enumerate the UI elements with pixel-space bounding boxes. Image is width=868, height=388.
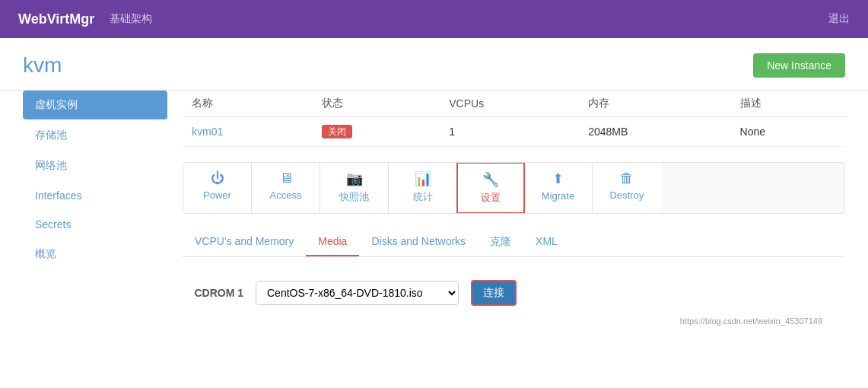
tab-settings[interactable]: 🔧 设置 bbox=[456, 162, 525, 214]
content-area: 虚机实例 存储池 网络池 Interfaces Secrets 概览 名称 状态… bbox=[0, 91, 868, 388]
row-vcpus: 1 bbox=[440, 117, 579, 147]
tab-power-label: Power bbox=[203, 189, 231, 201]
sidebar-item-secrets[interactable]: Secrets bbox=[23, 211, 167, 238]
brand-name: WebVirtMgr bbox=[18, 11, 94, 27]
page-header: kvm New Instance bbox=[0, 38, 868, 90]
power-icon: ⏻ bbox=[211, 170, 224, 186]
snapshot-icon: 📷 bbox=[346, 170, 363, 187]
subtab-vcpu-memory[interactable]: VCPU's and Memory bbox=[183, 229, 306, 256]
logout-button[interactable]: 退出 bbox=[828, 12, 850, 26]
subtab-xml[interactable]: XML bbox=[523, 229, 570, 256]
sidebar-item-vm-instances[interactable]: 虚机实例 bbox=[23, 91, 167, 119]
row-desc: None bbox=[731, 117, 845, 147]
subtab-media[interactable]: Media bbox=[306, 229, 359, 256]
access-icon: 🖥 bbox=[279, 170, 293, 186]
col-memory: 内存 bbox=[579, 91, 730, 117]
tab-access-label: Access bbox=[270, 189, 302, 201]
col-name: 名称 bbox=[183, 91, 313, 117]
settings-icon: 🔧 bbox=[482, 171, 499, 188]
col-vcpus: VCPUs bbox=[440, 91, 579, 117]
tab-power[interactable]: ⏻ Power bbox=[183, 163, 252, 213]
sidebar-item-network-pool[interactable]: 网络池 bbox=[23, 151, 167, 180]
cdrom-select[interactable]: CentOS-7-x86_64-DVD-1810.iso ubuntu-20.0… bbox=[256, 281, 459, 305]
col-status: 状态 bbox=[313, 91, 440, 117]
migrate-icon: ⬆ bbox=[552, 170, 564, 187]
tab-snapshot[interactable]: 📷 快照池 bbox=[320, 163, 389, 213]
destroy-icon: 🗑 bbox=[620, 170, 634, 186]
col-desc: 描述 bbox=[731, 91, 845, 117]
sub-tabs: VCPU's and Memory Media Disks and Networ… bbox=[183, 229, 845, 257]
tab-destroy-label: Destroy bbox=[610, 189, 644, 201]
nav-item-infrastructure[interactable]: 基础架构 bbox=[110, 12, 152, 26]
table-row: kvm01 关闭 1 2048MB None bbox=[183, 117, 845, 147]
connect-button[interactable]: 连接 bbox=[471, 280, 517, 306]
tab-migrate-label: Migrate bbox=[542, 190, 574, 202]
sidebar-item-interfaces[interactable]: Interfaces bbox=[23, 182, 167, 209]
tab-destroy[interactable]: 🗑 Destroy bbox=[593, 163, 661, 213]
subtab-clone[interactable]: 克隆 bbox=[478, 229, 523, 256]
status-badge: 关闭 bbox=[322, 125, 352, 138]
watermark: https://blog.csdn.net/weixin_45307149 bbox=[183, 313, 845, 326]
header: WebVirtMgr 基础架构 退出 bbox=[0, 0, 868, 38]
main-container: kvm New Instance 虚机实例 存储池 网络池 Interfaces… bbox=[0, 38, 868, 388]
row-status: 关闭 bbox=[313, 117, 440, 147]
stats-icon: 📊 bbox=[415, 170, 431, 187]
cdrom-label: CDROM 1 bbox=[183, 287, 243, 299]
subtab-disks-networks[interactable]: Disks and Networks bbox=[359, 229, 478, 256]
sidebar: 虚机实例 存储池 网络池 Interfaces Secrets 概览 bbox=[0, 91, 167, 373]
tab-migrate[interactable]: ⬆ Migrate bbox=[524, 163, 593, 213]
main-content: 名称 状态 VCPUs 内存 描述 kvm01 关闭 1 2048MB bbox=[167, 91, 868, 373]
tab-settings-label: 设置 bbox=[481, 191, 501, 205]
sidebar-item-storage-pool[interactable]: 存储池 bbox=[23, 121, 167, 150]
sidebar-item-overview[interactable]: 概览 bbox=[23, 240, 167, 269]
row-name[interactable]: kvm01 bbox=[183, 117, 313, 147]
instance-table: 名称 状态 VCPUs 内存 描述 kvm01 关闭 1 2048MB bbox=[183, 91, 845, 147]
row-memory: 2048MB bbox=[579, 117, 730, 147]
tab-stats[interactable]: 📊 统计 bbox=[389, 163, 457, 213]
cdrom-section: CDROM 1 CentOS-7-x86_64-DVD-1810.iso ubu… bbox=[183, 272, 845, 313]
new-instance-button[interactable]: New Instance bbox=[753, 53, 845, 78]
tab-access[interactable]: 🖥 Access bbox=[252, 163, 320, 213]
page-title: kvm bbox=[23, 53, 62, 78]
tab-stats-label: 统计 bbox=[413, 190, 433, 204]
header-left: WebVirtMgr 基础架构 bbox=[18, 11, 152, 27]
action-tabs: ⏻ Power 🖥 Access 📷 快照池 📊 统计 🔧 设置 bbox=[183, 162, 845, 214]
tab-snapshot-label: 快照池 bbox=[339, 190, 369, 204]
